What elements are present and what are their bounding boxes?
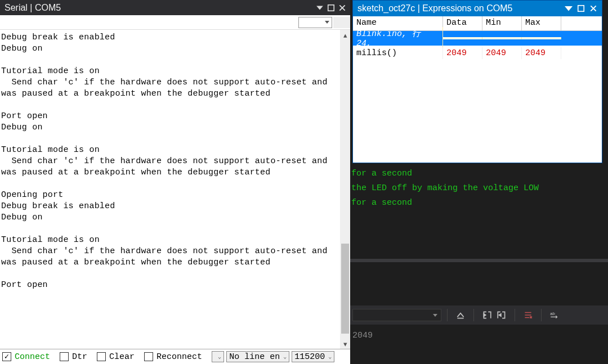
scroll-down-icon[interactable]: ▾	[340, 339, 350, 349]
line-ending-select[interactable]: No line en⌄	[226, 351, 289, 362]
svg-rect-2	[578, 6, 584, 12]
svg-text:ab: ab	[550, 311, 555, 316]
reconnect-checkbox[interactable]	[144, 352, 153, 361]
expressions-panel: sketch_oct27c | Expressions on COM5 Name…	[352, 0, 602, 163]
comment-icon[interactable]	[521, 309, 535, 321]
cell-name: Blink.ino, 行 24,	[353, 27, 443, 50]
editor-toolbar: ab	[350, 305, 608, 325]
status-value: 2049	[350, 331, 373, 340]
clear-checkbox[interactable]	[97, 352, 106, 361]
cell-min	[482, 37, 522, 39]
toolbar-separator	[473, 309, 474, 321]
line-ending-value: No line en	[229, 352, 280, 362]
maximize-icon[interactable]	[575, 2, 587, 15]
svg-rect-1	[328, 5, 334, 11]
cell-data: 2049	[443, 47, 482, 59]
col-header-max[interactable]: Max	[522, 16, 561, 30]
toolbar-separator	[541, 309, 542, 321]
options-dropdown[interactable]: ⌄	[212, 351, 224, 362]
serial-output-area: Debug break is enabled Debug on Tutorial…	[0, 30, 350, 349]
expressions-title: sketch_oct27c | Expressions on COM5	[355, 3, 562, 14]
dtr-checkbox[interactable]	[60, 352, 69, 361]
outdent-icon[interactable]	[480, 309, 494, 321]
serial-output-text[interactable]: Debug break is enabled Debug on Tutorial…	[0, 30, 340, 349]
cell-max: 2049	[522, 47, 561, 59]
table-row[interactable]: millis() 2049 2049 2049	[353, 46, 602, 60]
panel-separator[interactable]	[350, 259, 608, 262]
cell-data	[443, 37, 482, 39]
col-header-min[interactable]: Min	[482, 16, 522, 30]
maximize-icon[interactable]	[325, 2, 337, 14]
close-icon[interactable]	[587, 2, 600, 15]
baud-select[interactable]: 115200⌄	[292, 351, 334, 362]
close-icon[interactable]	[337, 2, 348, 14]
serial-title: Serial | COM5	[2, 3, 314, 13]
dropdown-icon[interactable]	[562, 2, 575, 15]
rename-icon[interactable]: ab	[547, 309, 562, 321]
cell-min: 2049	[482, 47, 522, 59]
dtr-label[interactable]: Dtr	[72, 352, 87, 362]
serial-input-dropdown[interactable]	[298, 17, 332, 28]
clear-label[interactable]: Clear	[109, 352, 135, 362]
serial-titlebar[interactable]: Serial | COM5	[0, 0, 350, 15]
scroll-thumb[interactable]	[341, 244, 349, 334]
scroll-up-icon[interactable]: ▴	[340, 30, 350, 40]
expressions-titlebar[interactable]: sketch_oct27c | Expressions on COM5	[353, 1, 602, 16]
serial-monitor-panel: Serial | COM5 Debug break is enabled Deb…	[0, 0, 350, 364]
serial-send-button[interactable]	[333, 17, 350, 28]
connect-label[interactable]: Connect	[15, 352, 50, 362]
cell-name: millis()	[353, 47, 443, 59]
scope-dropdown[interactable]	[352, 309, 441, 321]
code-comment-text: for a second the LED off by making the v…	[350, 167, 608, 210]
cell-max	[522, 37, 561, 39]
serial-footer: Connect Dtr Clear Reconnect ⌄ No line en…	[0, 349, 350, 364]
serial-scrollbar[interactable]: ▴ ▾	[340, 30, 350, 349]
toolbar-separator	[515, 309, 515, 321]
toolbar-separator	[447, 309, 448, 321]
table-row[interactable]: Blink.ino, 行 24,	[353, 31, 602, 46]
serial-input-row	[0, 15, 350, 30]
baud-value: 115200	[294, 352, 325, 362]
connect-checkbox[interactable]	[2, 352, 11, 361]
indent-icon[interactable]	[494, 309, 509, 321]
step-icon[interactable]	[453, 309, 468, 321]
expressions-table: Name Data Min Max Blink.ino, 行 24, milli…	[353, 16, 602, 163]
col-header-data[interactable]: Data	[443, 16, 482, 30]
dropdown-icon[interactable]	[314, 2, 325, 14]
reconnect-label[interactable]: Reconnect	[157, 352, 202, 362]
